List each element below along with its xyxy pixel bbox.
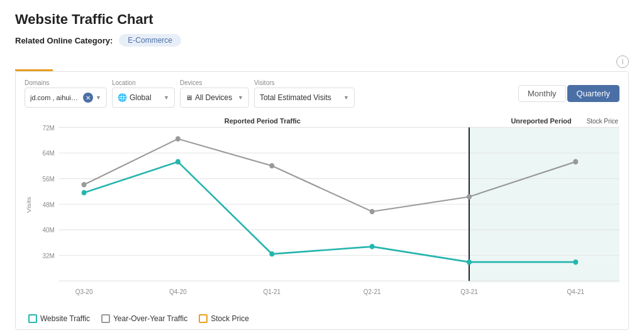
globe-icon: 🌐 [118,93,127,102]
svg-text:Unreported Period: Unreported Period [511,117,571,125]
svg-text:48M: 48M [42,201,54,208]
svg-text:Q3-21: Q3-21 [460,288,478,295]
svg-point-34 [370,244,375,249]
legend-stock-label: Stock Price [211,314,249,323]
svg-text:Q4-21: Q4-21 [567,288,584,295]
quarterly-button[interactable]: Quarterly [567,85,619,102]
svg-point-28 [370,209,375,215]
location-arrow-icon: ▼ [164,94,169,101]
svg-text:32M: 32M [42,252,54,259]
devices-arrow-icon: ▼ [238,94,243,101]
legend-website-label: Website Traffic [40,314,90,323]
svg-text:Visits: Visits [25,197,32,213]
monthly-button[interactable]: Monthly [518,85,566,102]
info-icon[interactable]: i [616,55,629,68]
category-label: Related Online Category: [15,36,113,45]
svg-text:64M: 64M [42,150,54,157]
chart-area: 72M 64M 56M 48M 40M 32M Visits Q3-20 Q4-… [25,114,619,309]
svg-point-25 [82,182,87,188]
visitors-filter: Visitors Total Estimated Visits ▼ [254,79,355,108]
svg-point-29 [467,194,472,200]
legend-row: Website Traffic Year-Over-Year Traffic S… [25,314,619,323]
svg-point-32 [175,159,180,165]
period-buttons: Monthly Quarterly [518,85,619,102]
svg-text:40M: 40M [42,227,54,234]
devices-value: All Devices [195,93,232,102]
visitors-label: Visitors [254,79,355,86]
legend-stock-price: Stock Price [199,314,249,323]
location-filter: Location 🌐 Global ▼ [112,79,175,108]
devices-icon: 🖥 [186,94,192,101]
svg-text:72M: 72M [42,124,54,131]
svg-text:Q1-21: Q1-21 [263,288,280,295]
location-label: Location [112,79,175,86]
location-input[interactable]: 🌐 Global ▼ [112,88,175,108]
svg-text:56M: 56M [42,176,54,183]
chart-top-bar: Domains jd.com , aihuish... ✕ ▼ Location… [25,79,619,108]
info-icon-row: i [15,55,629,68]
domains-arrow-icon: ▼ [96,94,101,101]
devices-filter: Devices 🖥 All Devices ▼ [180,79,249,108]
legend-dot-teal [28,314,37,323]
visitors-value: Total Estimated Visits [260,93,331,102]
legend-yoy-traffic: Year-Over-Year Traffic [101,314,187,323]
svg-point-26 [175,136,180,142]
devices-input[interactable]: 🖥 All Devices ▼ [180,88,249,108]
visitors-arrow-icon: ▼ [343,94,349,101]
legend-dot-gray [101,314,110,323]
legend-dot-orange [199,314,208,323]
svg-point-35 [467,259,472,265]
svg-point-31 [82,190,87,196]
chart-svg: 72M 64M 56M 48M 40M 32M Visits Q3-20 Q4-… [25,114,619,309]
svg-point-30 [573,159,578,165]
legend-yoy-label: Year-Over-Year Traffic [113,314,187,323]
devices-label: Devices [180,79,249,86]
svg-point-33 [269,251,274,257]
svg-point-36 [573,259,578,265]
svg-text:Q4-20: Q4-20 [169,288,187,295]
visitors-input[interactable]: Total Estimated Visits ▼ [254,88,355,108]
domains-input[interactable]: jd.com , aihuish... ✕ ▼ [25,88,107,108]
page-title: Website Traffic Chart [15,11,629,28]
svg-text:Q3-20: Q3-20 [75,288,93,295]
category-badge: E-Commerce [119,34,181,47]
domains-clear-button[interactable]: ✕ [83,93,93,103]
svg-rect-0 [469,127,619,282]
svg-point-27 [269,163,274,169]
domains-label: Domains [25,79,107,86]
svg-text:Reported Period Traffic: Reported Period Traffic [225,117,301,125]
chart-container: Domains jd.com , aihuish... ✕ ▼ Location… [15,71,629,330]
domains-value: jd.com , aihuish... [30,94,80,101]
svg-text:Stock Price: Stock Price [587,118,619,125]
legend-website-traffic: Website Traffic [28,314,90,323]
page: Website Traffic Chart Related Online Cat… [0,0,644,335]
svg-text:Q2-21: Q2-21 [364,288,381,295]
location-value: Global [130,93,152,102]
category-row: Related Online Category: E-Commerce [15,34,629,47]
domains-filter: Domains jd.com , aihuish... ✕ ▼ [25,79,107,108]
